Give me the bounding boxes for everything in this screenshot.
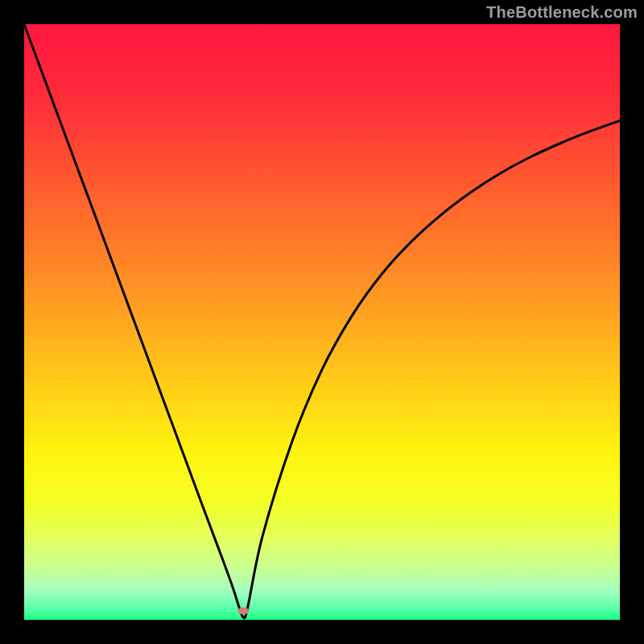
chart-frame: TheBottleneck.com	[0, 0, 644, 644]
optimal-marker	[237, 607, 249, 614]
bottleneck-chart	[24, 24, 620, 620]
watermark-text: TheBottleneck.com	[486, 3, 638, 22]
gradient-background	[24, 24, 620, 620]
